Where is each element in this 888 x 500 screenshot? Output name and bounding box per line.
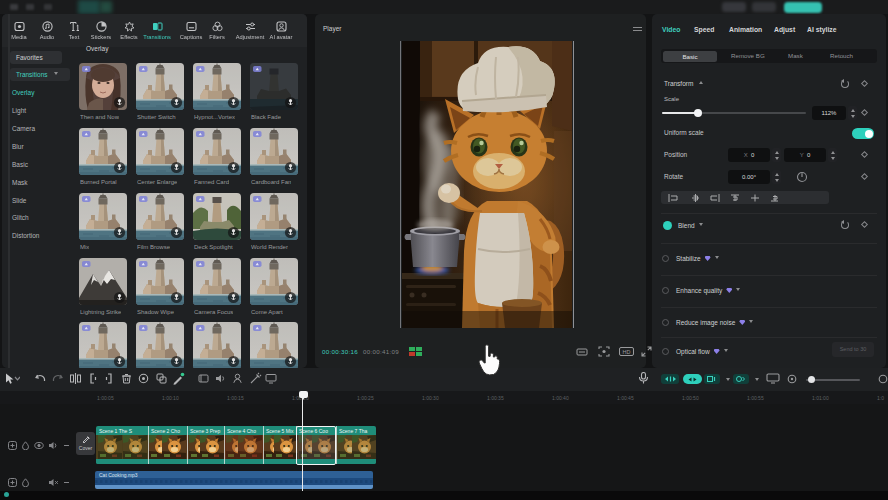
- svg-text:HD: HD: [623, 349, 631, 355]
